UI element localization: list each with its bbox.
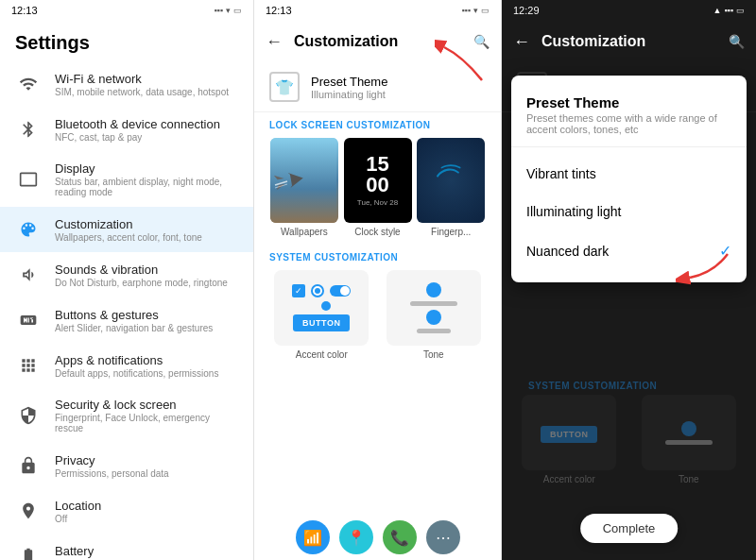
button-preview: BUTTON [293,314,350,331]
back-button-dark[interactable]: ← [513,32,530,52]
panel-title-dark: Customization [541,33,729,50]
settings-item-location[interactable]: Location Off [0,488,253,534]
system-grid-light: BUTTON Accent color Tone [254,266,501,367]
tone-label: Tone [423,349,444,360]
clock-min: 00 [366,175,388,195]
back-button-light[interactable]: ← [266,32,283,52]
buttons-title: Buttons & gestures [55,308,238,322]
accent-dark-thumb: BUTTON [522,395,616,470]
wifi-text: Wi-Fi & network SIM, mobile network, dat… [55,72,238,97]
bottom-icons-light: 📶 📍 📞 ⋯ [254,515,501,560]
wifi-status-icon: ▾ [226,6,231,15]
dropdown-option-illuminating[interactable]: Illuminating light [511,193,747,230]
preset-theme-dropdown[interactable]: Preset Theme Preset themes come with a w… [511,76,747,282]
dark-system-section: SYSTEM CUSTOMIZATION BUTTON Accent color… [502,373,756,484]
display-text: Display Status bar, ambient display, nig… [55,161,238,197]
sounds-title: Sounds & vibration [55,263,238,277]
slider-thumb [321,301,331,311]
preset-theme-title-light: Preset Theme [311,75,486,89]
settings-item-apps[interactable]: Apps & notifications Default apps, notif… [0,343,253,388]
clock-item[interactable]: 15 00 Tue, Nov 28 Clock style [343,138,413,237]
complete-button[interactable]: Complete [580,514,679,543]
battery-icon-2: ▭ [481,6,490,15]
battery-icon-3: ▭ [736,6,745,15]
radio-icon [311,284,324,297]
customization-header-dark: ← Customization 🔍 [502,21,756,62]
lock-section-label-light: LOCK SCREEN CUSTOMIZATION [254,112,501,134]
toggle-row-1 [292,284,351,297]
bluetooth-text: Bluetooth & device connection NFC, cast,… [55,117,238,143]
privacy-icon [15,452,42,479]
status-time-2: 12:13 [266,5,292,16]
checkbox-icon [292,284,305,297]
btn-dark: BUTTON [541,426,597,443]
wifi-icon [15,71,42,97]
phone-fab[interactable]: 📞 [383,520,417,554]
location-fab[interactable]: 📍 [339,520,373,554]
sounds-text: Sounds & vibration Do Not Disturb, earph… [55,263,238,288]
dropdown-option-nuanced-label: Nuanced dark [526,244,609,259]
settings-item-bluetooth[interactable]: Bluetooth & device connection NFC, cast,… [0,107,253,152]
accent-color-item[interactable]: BUTTON Accent color [269,270,374,360]
system-section-dark: SYSTEM CUSTOMIZATION [513,373,745,395]
location-title: Location [55,499,238,513]
settings-list: Wi-Fi & network SIM, mobile network, dat… [0,61,253,560]
toggle-switch-icon [330,285,351,297]
dropdown-option-vibrant[interactable]: Vibrant tints [511,155,747,193]
status-bar-3: 12:29 ▲ ▪▪▪ ▭ [502,0,756,21]
customization-text: Customization Wallpapers, accent color, … [55,217,238,243]
status-time-1: 12:13 [11,5,38,16]
battery-title: Battery [55,544,238,558]
tone-dot-2 [426,310,441,325]
security-subtitle: Fingerprint, Face Unlock, emergency resc… [55,413,238,433]
status-icons-3: ▲ ▪▪▪ ▭ [713,6,746,15]
tone-dark-thumb [642,395,736,470]
wifi-icon-2: ▾ [473,6,478,15]
wifi-fab[interactable]: 📶 [296,520,330,554]
settings-item-sounds[interactable]: Sounds & vibration Do Not Disturb, earph… [0,252,253,297]
display-title: Display [55,161,238,176]
settings-item-privacy[interactable]: Privacy Permissions, personal data [0,443,253,488]
dropdown-option-illuminating-label: Illuminating light [526,204,621,219]
location-icon [15,498,42,524]
panel-title-light: Customization [294,33,473,50]
settings-panel: 12:13 ▪▪▪ ▾ ▭ Settings Wi-Fi & network S… [0,0,254,560]
settings-item-buttons[interactable]: Buttons & gestures Alert Slider, navigat… [0,297,253,343]
tone-dark: Tone [633,395,746,484]
tone-item[interactable]: Tone [382,270,487,360]
signal-icon: ▪▪▪ [214,6,223,15]
settings-item-security[interactable]: Security & lock screen Fingerprint, Face… [0,388,253,443]
customization-panel-dark: 12:29 ▲ ▪▪▪ ▭ ← Customization 🔍 👕 Preset… [502,0,756,560]
customization-icon [15,216,42,243]
bluetooth-icon [15,116,42,143]
tone-thumb [387,270,481,346]
wallpapers-item[interactable]: Wallpapers [269,138,339,237]
accent-label: Accent color [296,349,348,360]
search-button-dark[interactable]: 🔍 [729,34,745,49]
customization-title: Customization [55,217,238,231]
bluetooth-subtitle: NFC, cast, tap & pay [55,132,238,143]
settings-item-display[interactable]: Display Status bar, ambient display, nig… [0,152,253,207]
apps-subtitle: Default apps, notifications, permissions [55,368,238,379]
settings-item-wifi[interactable]: Wi-Fi & network SIM, mobile network, dat… [0,61,253,107]
fingerprint-item[interactable]: Fingerp... [416,138,486,237]
accent-dark: BUTTON Accent color [513,395,626,484]
preset-theme-sub-light: Illuminating light [311,89,486,100]
dropdown-desc: Preset themes come with a wide range of … [526,112,731,135]
status-icons-2: ▪▪▪ ▾ ▭ [461,6,490,15]
tone-line-2 [417,329,451,333]
dropdown-option-nuanced[interactable]: Nuanced dark ✓ [511,230,747,271]
wifi-subtitle: SIM, mobile network, data usage, hotspot [55,87,238,97]
settings-item-battery[interactable]: Battery 70% · More than 2 days remaining [0,534,253,560]
display-icon [15,166,42,193]
bluetooth-title: Bluetooth & device connection [55,117,238,131]
preset-theme-text-light: Preset Theme Illuminating light [311,75,486,100]
dropdown-header: Preset Theme Preset themes come with a w… [511,87,747,139]
settings-item-customization[interactable]: Customization Wallpapers, accent color, … [0,207,253,252]
search-button-light[interactable]: 🔍 [473,34,490,49]
clock-label: Clock style [354,227,400,237]
status-icons-1: ▪▪▪ ▾ ▭ [214,6,242,15]
more-fab[interactable]: ⋯ [426,520,460,554]
signal-icon-2: ▪▪▪ [461,6,471,15]
preset-theme-item-light[interactable]: 👕 Preset Theme Illuminating light [254,62,501,112]
